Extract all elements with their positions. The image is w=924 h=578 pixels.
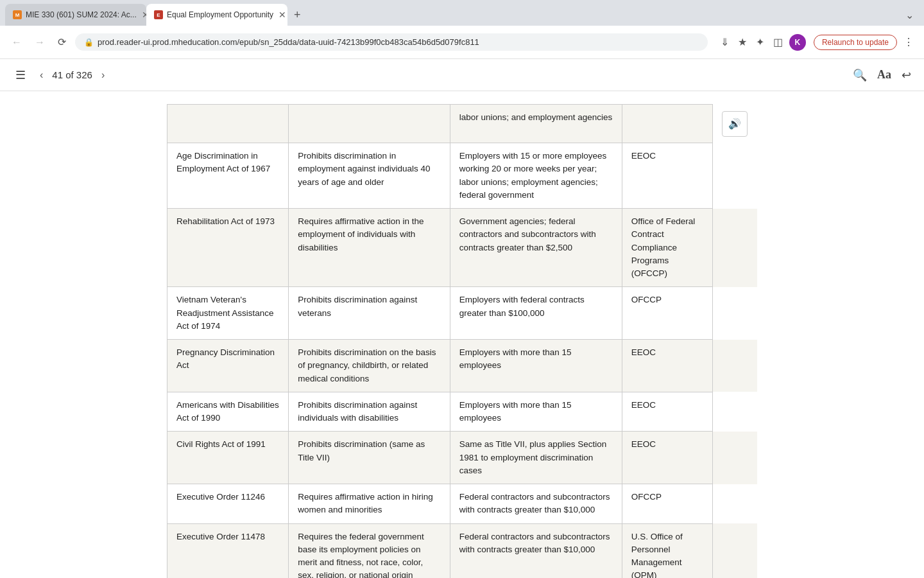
table-cell-applies: Government agencies; federal contractors… — [450, 209, 622, 287]
download-icon[interactable]: ⇓ — [718, 33, 732, 51]
table-cell-applies: Federal contractors and subcontractors w… — [450, 523, 622, 578]
nav-bar: ← → ⟳ 🔒 prod.reader-ui.prod.mheducation.… — [0, 26, 924, 59]
table-cell-law: Americans with Disabilities Act of 1990 — [167, 392, 289, 432]
table-cell — [167, 105, 289, 143]
audio-cell — [713, 523, 757, 578]
audio-cell — [713, 392, 757, 432]
split-screen-icon[interactable]: ◫ — [771, 33, 785, 51]
reader-font-icon[interactable]: Aa — [877, 68, 891, 82]
reader-menu-icon[interactable]: ☰ — [13, 66, 28, 85]
tab-eeo[interactable]: E Equal Employment Opportunity ✕ — [146, 4, 287, 26]
forward-button[interactable]: → — [31, 34, 49, 51]
tab-favicon-mie: M — [13, 10, 22, 19]
tab-favicon-eeo: E — [154, 10, 163, 19]
table-cell-applies: Employers with more than 15 employees — [450, 340, 622, 392]
table-cell-law: Rehabilitation Act of 1973 — [167, 209, 289, 287]
table-cell-law: Civil Rights Act of 1991 — [167, 432, 289, 484]
table-cell-agency: OFCCP — [622, 484, 712, 524]
table-row: Americans with Disabilities Act of 1990 … — [167, 392, 757, 432]
table-cell-agency: EEOC — [622, 143, 712, 209]
tab-eeo-close[interactable]: ✕ — [278, 10, 286, 20]
reader-back-icon[interactable]: ↩ — [902, 68, 911, 82]
audio-cell — [713, 432, 757, 484]
reader-page-info: 41 of 326 — [52, 69, 92, 80]
table-cell-desc: Prohibits discrimination against individ… — [289, 392, 450, 432]
reader-next-button[interactable]: › — [98, 67, 108, 83]
table-cell-desc: Prohibits discrimination against veteran… — [289, 287, 450, 340]
table-row: Executive Order 11478 Requires the feder… — [167, 523, 757, 578]
table-cell-law: Age Discrimination in Employment Act of … — [167, 143, 289, 209]
audio-button[interactable]: 🔊 — [722, 111, 748, 137]
table-cell-law: Executive Order 11246 — [167, 484, 289, 524]
table-cell-agency: EEOC — [622, 340, 712, 392]
law-table: labor unions; and employment agencies 🔊 … — [167, 104, 757, 578]
table-row: Executive Order 11246 Requires affirmati… — [167, 484, 757, 524]
browser-chrome: M MIE 330 (601) SUM2 2024: Ac... ✕ E Equ… — [0, 0, 924, 578]
table-cell — [622, 105, 712, 143]
table-row: Pregnancy Discrimination Act Prohibits d… — [167, 340, 757, 392]
reader-nav: ‹ 41 of 326 › — [36, 67, 108, 83]
table-cell-desc: Requires affirmative action in the emplo… — [289, 209, 450, 287]
table-cell-agency: Office of Federal Contract Compliance Pr… — [622, 209, 712, 287]
table-cell-desc: Prohibits discrimination (same as Title … — [289, 432, 450, 484]
content-inner: labor unions; and employment agencies 🔊 … — [141, 91, 783, 578]
table-cell-applies: Employers with 15 or more employees work… — [450, 143, 622, 209]
browser-menu-icon[interactable]: ⋮ — [901, 33, 916, 51]
table-cell: labor unions; and employment agencies — [450, 105, 622, 143]
nav-icons: ⇓ ★ ✦ ◫ K Relaunch to update ⋮ — [718, 33, 916, 51]
table-cell-agency: U.S. Office of Personnel Management (OPM… — [622, 523, 712, 578]
table-cell — [289, 105, 450, 143]
extensions-icon[interactable]: ✦ — [753, 33, 767, 51]
table-cell-desc: Prohibits discrimination in employment a… — [289, 143, 450, 209]
table-cell-desc: Requires affirmative action in hiring wo… — [289, 484, 450, 524]
tab-bar-menu[interactable]: ⌄ — [900, 6, 919, 24]
table-row: Vietnam Veteran's Readjustment Assistanc… — [167, 287, 757, 340]
table-row-partial: labor unions; and employment agencies 🔊 — [167, 105, 757, 143]
tab-mie-label: MIE 330 (601) SUM2 2024: Ac... — [26, 10, 137, 19]
url-bar[interactable]: 🔒 prod.reader-ui.prod.mheducation.com/ep… — [75, 33, 708, 51]
reader-toolbar: ☰ ‹ 41 of 326 › 🔍 Aa ↩ — [0, 59, 924, 91]
table-cell-applies: Employers with more than 15 employees — [450, 392, 622, 432]
relaunch-button[interactable]: Relaunch to update — [814, 35, 897, 50]
refresh-button[interactable]: ⟳ — [54, 33, 70, 51]
tab-bar: M MIE 330 (601) SUM2 2024: Ac... ✕ E Equ… — [0, 0, 924, 26]
audio-cell — [713, 340, 757, 392]
table-cell-law: Executive Order 11478 — [167, 523, 289, 578]
url-text: prod.reader-ui.prod.mheducation.com/epub… — [98, 37, 699, 47]
content-area: labor unions; and employment agencies 🔊 … — [0, 91, 924, 578]
audio-cell — [713, 287, 757, 340]
table-cell-law: Pregnancy Discrimination Act — [167, 340, 289, 392]
table-cell-desc: Requires the federal government base its… — [289, 523, 450, 578]
table-cell-applies: Same as Title VII, plus applies Section … — [450, 432, 622, 484]
table-row: Civil Rights Act of 1991 Prohibits discr… — [167, 432, 757, 484]
tab-eeo-label: Equal Employment Opportunity — [167, 10, 273, 19]
tab-mie-close[interactable]: ✕ — [142, 10, 146, 20]
table-cell-applies: Federal contractors and subcontractors w… — [450, 484, 622, 524]
reader-toolbar-right: 🔍 Aa ↩ — [853, 68, 911, 82]
tab-mie[interactable]: M MIE 330 (601) SUM2 2024: Ac... ✕ — [5, 4, 146, 26]
ssl-lock-icon: 🔒 — [84, 38, 94, 47]
table-cell-agency: EEOC — [622, 432, 712, 484]
audio-cell: 🔊 — [713, 105, 757, 143]
table-row: Age Discrimination in Employment Act of … — [167, 143, 757, 209]
table-cell-desc: Prohibits discrimination on the basis of… — [289, 340, 450, 392]
table-row: Rehabilitation Act of 1973 Requires affi… — [167, 209, 757, 287]
audio-cell — [713, 484, 757, 524]
back-button[interactable]: ← — [8, 34, 26, 51]
reader-search-icon[interactable]: 🔍 — [853, 68, 867, 82]
audio-cell — [713, 209, 757, 287]
bookmark-icon[interactable]: ★ — [735, 33, 749, 51]
table-cell-agency: EEOC — [622, 392, 712, 432]
table-cell-applies: Employers with federal contracts greater… — [450, 287, 622, 340]
new-tab-button[interactable]: + — [290, 8, 305, 22]
table-cell-agency: OFCCP — [622, 287, 712, 340]
profile-avatar[interactable]: K — [789, 34, 806, 51]
table-cell-law: Vietnam Veteran's Readjustment Assistanc… — [167, 287, 289, 340]
audio-cell — [713, 143, 757, 209]
reader-prev-button[interactable]: ‹ — [36, 67, 47, 83]
